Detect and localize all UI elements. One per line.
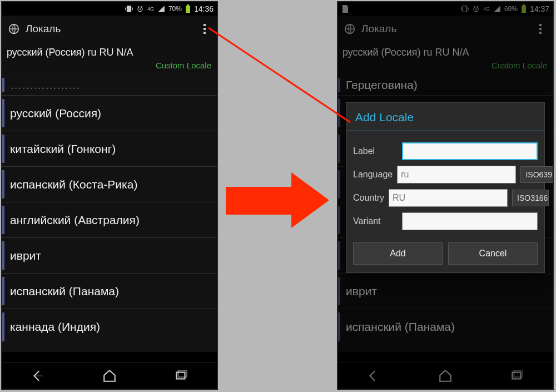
language-input[interactable]: [397, 166, 516, 183]
phone-screenshot-right: 4G 69% 14:37 Локаль русский (Россия) ru …: [337, 1, 554, 390]
action-bar: Локаль: [338, 16, 553, 42]
add-locale-dialog: Add Locale Label Language ISO639 Country…: [346, 102, 545, 273]
phone-screenshot-left: 4G 70% 14:36 Локаль русский (Россия) ru …: [1, 1, 218, 390]
list-item[interactable]: иврит: [2, 238, 217, 274]
list-item[interactable]: иврит: [338, 274, 553, 309]
add-button[interactable]: Add: [353, 242, 443, 265]
current-locale-line: русский (Россия) ru RU N/A: [338, 42, 553, 59]
clock-time: 14:37: [530, 4, 549, 13]
home-icon[interactable]: [438, 368, 453, 384]
battery-percent: 69%: [504, 5, 518, 13]
list-item[interactable]: русский (Россия): [2, 96, 217, 131]
status-bar: 4G 69% 14:37: [338, 2, 553, 16]
country-input[interactable]: [389, 189, 508, 207]
list-item[interactable]: каннада (Индия): [2, 309, 217, 345]
clock-time: 14:36: [194, 4, 214, 13]
svg-rect-1: [186, 6, 190, 13]
list-item[interactable]: испанский (Панама): [338, 309, 553, 345]
svg-line-12: [209, 28, 350, 122]
list-item[interactable]: ………………: [2, 75, 217, 96]
navigation-bar: [338, 362, 553, 389]
country-field-label: Country: [353, 193, 384, 203]
home-icon[interactable]: [102, 368, 117, 384]
back-icon[interactable]: [366, 368, 381, 384]
recent-apps-icon[interactable]: [173, 368, 189, 384]
label-input[interactable]: [402, 142, 538, 160]
language-field-label: Language: [353, 170, 393, 180]
custom-locale-label[interactable]: Custom Locale: [338, 59, 553, 75]
list-item[interactable]: испанский (Коста-Рика): [2, 167, 217, 202]
alarm-icon: [472, 5, 480, 13]
cancel-button[interactable]: Cancel: [448, 242, 538, 265]
status-bar: 4G 70% 14:36: [2, 2, 217, 16]
list-item[interactable]: английский (Австралия): [2, 202, 217, 238]
list-item[interactable]: китайский (Гонконг): [2, 131, 217, 167]
iso3166-button[interactable]: ISO3166: [512, 190, 549, 206]
list-item[interactable]: испанский (Панама): [2, 274, 217, 309]
navigation-bar: [2, 362, 217, 389]
svg-rect-8: [523, 4, 525, 6]
network-4g-icon: 4G: [147, 7, 154, 12]
signal-icon: [157, 5, 165, 13]
alarm-icon: [136, 5, 144, 13]
signal-icon: [493, 5, 501, 13]
dialog-title: Add Locale: [346, 103, 544, 131]
vibrate-icon: [125, 5, 133, 13]
svg-rect-2: [187, 4, 189, 6]
app-title: Локаль: [361, 23, 534, 35]
sdcard-icon: [341, 5, 348, 13]
overflow-menu-button[interactable]: [198, 21, 211, 37]
variant-input[interactable]: [402, 212, 538, 230]
battery-icon: [185, 4, 191, 13]
network-4g-icon: 4G: [483, 7, 490, 12]
globe-icon: [8, 23, 20, 35]
app-title: Локаль: [26, 23, 198, 35]
svg-rect-7: [522, 6, 526, 13]
iso639-button[interactable]: ISO639: [520, 166, 554, 183]
label-field-label: Label: [353, 146, 398, 156]
arrow-icon: [226, 172, 331, 228]
custom-locale-label[interactable]: Custom Locale: [2, 59, 217, 75]
vibrate-icon: [461, 5, 469, 13]
action-bar: Локаль: [2, 16, 217, 42]
overflow-menu-button[interactable]: [534, 21, 547, 37]
recent-apps-icon[interactable]: [509, 368, 525, 384]
current-locale-line: русский (Россия) ru RU N/A: [2, 42, 217, 59]
variant-field-label: Variant: [353, 216, 398, 226]
battery-percent: 70%: [168, 5, 182, 13]
back-icon[interactable]: [30, 368, 46, 384]
locale-list[interactable]: ……………… русский (Россия) китайский (Гонко…: [2, 75, 217, 352]
battery-icon: [521, 4, 527, 13]
globe-icon: [344, 23, 356, 35]
list-item[interactable]: Герцеговина): [338, 75, 553, 96]
